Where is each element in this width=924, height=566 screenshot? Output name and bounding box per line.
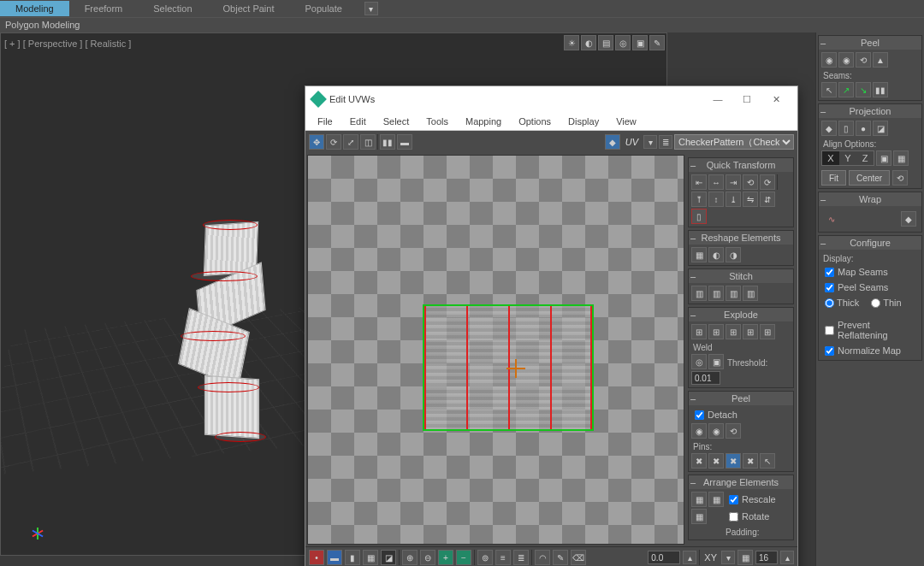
stitch2-icon[interactable]: ▥: [708, 286, 724, 301]
align-left-icon[interactable]: ⇤: [691, 174, 707, 190]
panel-quick-transform[interactable]: –Quick Transform: [689, 158, 793, 172]
center-button[interactable]: Center: [849, 170, 890, 186]
rotate-tool-icon[interactable]: ⟳: [326, 134, 341, 150]
tab-freeform[interactable]: Freeform: [69, 1, 139, 16]
edge-mode-icon[interactable]: ▬: [327, 550, 342, 565]
seam-expand-icon[interactable]: ▮▮: [873, 82, 888, 97]
panel-explode[interactable]: –Explode: [689, 308, 793, 321]
pin4-icon[interactable]: ✖: [743, 453, 758, 469]
panel-wrap[interactable]: –Wrap: [819, 192, 921, 206]
dialog-titlebar[interactable]: Edit UVWs — ☐ ✕: [305, 86, 797, 112]
rotate-cw-icon[interactable]: ⟳: [760, 174, 775, 190]
pin5-icon[interactable]: ↖: [760, 453, 775, 469]
freeform-tool-icon[interactable]: ◫: [360, 134, 376, 150]
mirror-h-icon[interactable]: ▮▮: [380, 134, 395, 150]
flip-h-icon[interactable]: ⇋: [743, 192, 758, 207]
peel-a-icon[interactable]: ◉: [821, 52, 837, 68]
explode3-icon[interactable]: ⊞: [726, 324, 741, 339]
box-icon[interactable]: ◪: [873, 121, 888, 136]
peel-pelt-icon[interactable]: ▲: [873, 52, 888, 68]
align-view-icon[interactable]: ▣: [876, 150, 891, 166]
fit-icon[interactable]: ▯: [691, 209, 707, 224]
explode5-icon[interactable]: ⊞: [760, 324, 775, 339]
poly-mode-icon[interactable]: ▮: [345, 550, 360, 565]
panel-configure[interactable]: –Configure: [819, 236, 921, 250]
sel-add-icon[interactable]: ⊕: [402, 550, 418, 565]
grid-spin-icon[interactable]: ▴: [780, 551, 794, 564]
thin-radio[interactable]: [871, 298, 880, 308]
panel-peel[interactable]: –Peel: [689, 392, 793, 405]
tab-objectpaint[interactable]: Object Paint: [208, 1, 290, 16]
mapseams-checkbox[interactable]: [825, 268, 834, 277]
planar-icon[interactable]: ◆: [821, 121, 837, 136]
axis-y[interactable]: Y: [839, 151, 856, 165]
align-mid-icon[interactable]: ↕: [708, 192, 724, 207]
snap-icon[interactable]: ◆: [605, 134, 620, 150]
weld2-icon[interactable]: ▣: [708, 354, 724, 369]
menu-file[interactable]: File: [311, 114, 340, 129]
cube-mode-icon[interactable]: ◪: [381, 550, 396, 565]
tab-populate[interactable]: Populate: [289, 1, 357, 16]
align-grid-icon[interactable]: ▦: [893, 150, 909, 166]
explode1-icon[interactable]: ⊞: [691, 324, 707, 339]
grid-opts-icon[interactable]: ▦: [737, 550, 753, 565]
brush-icon[interactable]: ✎: [553, 550, 568, 565]
pack1-icon[interactable]: ▦: [691, 492, 707, 507]
seam-cut-icon[interactable]: ↗: [838, 82, 854, 97]
cylindrical-icon[interactable]: ▯: [838, 121, 854, 136]
seam-uncut-icon[interactable]: ↘: [856, 82, 871, 97]
pack2-icon[interactable]: ▦: [708, 492, 724, 507]
explode4-icon[interactable]: ⊞: [743, 324, 758, 339]
align-bot-icon[interactable]: ⤓: [726, 192, 741, 207]
peel-reset-icon[interactable]: ⟲: [856, 52, 871, 68]
shade-icon[interactable]: ◐: [581, 35, 596, 50]
peel2-icon[interactable]: ◉: [708, 423, 724, 439]
grid-field[interactable]: [755, 551, 778, 564]
tab-modeling[interactable]: Modeling: [0, 1, 69, 16]
weld-icon[interactable]: ◎: [691, 354, 707, 369]
element-mode-icon[interactable]: ▦: [363, 550, 378, 565]
axis-z[interactable]: Z: [856, 151, 874, 165]
xy-drop-icon[interactable]: ▾: [721, 551, 735, 564]
list-icon[interactable]: ≣: [659, 135, 672, 149]
move-tool-icon[interactable]: ✥: [309, 134, 324, 150]
menu-view[interactable]: View: [609, 114, 643, 129]
menu-options[interactable]: Options: [512, 114, 558, 129]
relax2-icon[interactable]: ◑: [726, 247, 741, 262]
menu-edit[interactable]: Edit: [343, 114, 373, 129]
reset-proj-icon[interactable]: ⟲: [892, 170, 908, 186]
panel-reshape[interactable]: –Reshape Elements: [689, 231, 793, 245]
hammer-icon[interactable]: ✎: [649, 35, 665, 50]
menu-tools[interactable]: Tools: [419, 114, 455, 129]
camera-icon[interactable]: ◎: [615, 35, 631, 50]
normalize-checkbox[interactable]: [825, 346, 834, 356]
detach-checkbox[interactable]: [695, 410, 704, 420]
align-top-icon[interactable]: ⤒: [691, 192, 707, 207]
render-icon[interactable]: ▣: [632, 35, 648, 50]
seam-sel-icon[interactable]: ↖: [821, 82, 837, 97]
snap-spin-icon[interactable]: ▴: [683, 551, 696, 564]
fit-button[interactable]: Fit: [821, 170, 846, 186]
peel3-icon[interactable]: ⟲: [726, 423, 741, 439]
stitch3-icon[interactable]: ▥: [726, 286, 741, 301]
scale-tool-icon[interactable]: ⤢: [343, 134, 358, 150]
menu-display[interactable]: Display: [561, 114, 606, 129]
stitch4-icon[interactable]: ▥: [743, 286, 758, 301]
rotate-ccw-icon[interactable]: ⟲: [743, 174, 758, 190]
eraser-icon[interactable]: ⌫: [571, 550, 586, 565]
soft-sel-icon[interactable]: ◠: [535, 550, 550, 565]
texture-dropdown[interactable]: CheckerPattern（Checker）: [674, 134, 794, 150]
align-right-icon[interactable]: ⇥: [726, 174, 741, 190]
paint-sel-icon[interactable]: ⊚: [477, 550, 493, 565]
stitch1-icon[interactable]: ▥: [691, 286, 707, 301]
menu-mapping[interactable]: Mapping: [459, 114, 508, 129]
ring-sel-icon[interactable]: ≣: [513, 550, 529, 565]
panel-stitch[interactable]: –Stitch: [689, 269, 793, 283]
unwrap-icon[interactable]: ◆: [901, 211, 916, 227]
uv-drop-icon[interactable]: ▾: [643, 135, 657, 149]
pin2-icon[interactable]: ✖: [708, 453, 724, 469]
peel-b-icon[interactable]: ◉: [838, 52, 854, 68]
tab-selection[interactable]: Selection: [138, 1, 207, 16]
rescale-checkbox[interactable]: [729, 495, 738, 504]
pin1-icon[interactable]: ✖: [691, 453, 707, 469]
